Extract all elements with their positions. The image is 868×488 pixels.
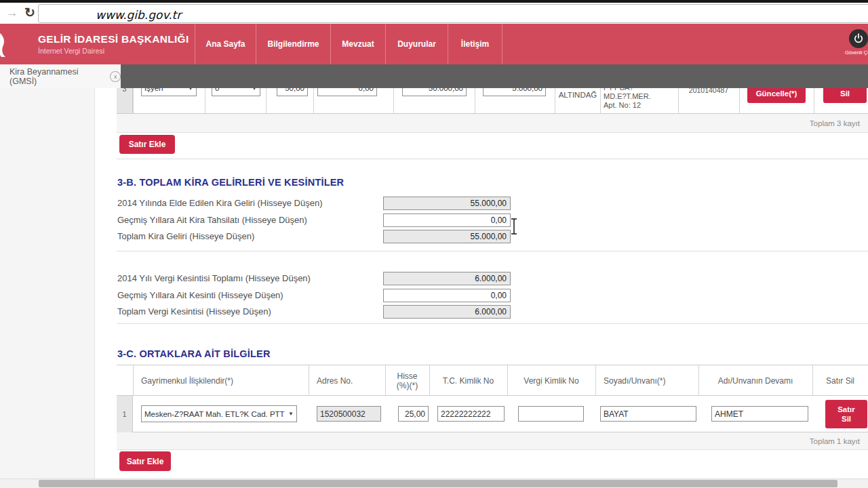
kira-geliri-input[interactable] <box>383 197 511 210</box>
col-surname: Soyadı/Unvanı(*) <box>595 365 698 396</box>
field-label-kira-geliri: 2014 Yılında Elde Edilen Kira Geliri (Hi… <box>117 198 323 208</box>
nav-mevzuat[interactable]: Mevzuat <box>330 24 385 64</box>
field-label-vergi-kesintisi: 2014 Yılı Vergi Kesintisi Toplamı (Hisse… <box>117 273 311 283</box>
field-label-toplam-kira: Toplam Kira Geliri (Hisseye Düşen) <box>117 231 254 241</box>
partners-table-footer: Toplam 1 kayıt <box>117 432 868 450</box>
col-property: Gayrimenkul İlişkilendir(*) <box>133 365 309 396</box>
partner-tc-id-input[interactable] <box>437 406 505 422</box>
power-icon[interactable] <box>849 29 868 48</box>
col-address-no: Adres No. <box>309 365 385 396</box>
toplam-kesinti-input[interactable] <box>383 305 511 319</box>
district-text: ALTINDAĞ <box>556 91 599 99</box>
amount-input-1[interactable] <box>317 88 377 96</box>
site-title: GELİR İDARESİ BAŞKANLIĞI <box>38 33 189 45</box>
add-row-button-bottom[interactable]: Satır Ekle <box>119 451 171 471</box>
col-tax-id: Vergi Kimlik No <box>507 365 595 396</box>
gib-logo-icon <box>0 30 9 60</box>
toplam-kira-input[interactable] <box>383 230 511 243</box>
scrollbar-thumb[interactable] <box>39 480 837 487</box>
property-type-select[interactable]: İşyeri▼ <box>141 88 197 96</box>
secure-logout-button[interactable]: Güvenli Çıkış <box>845 29 868 56</box>
nav-ana-sayfa[interactable]: Ana Sayfa <box>195 24 256 64</box>
address-bar[interactable]: www.gib.gov.tr ☆ <box>38 4 868 23</box>
share-select[interactable]: 0▼ <box>212 88 260 96</box>
divider <box>117 251 868 251</box>
page-left-margin <box>0 88 95 479</box>
forward-icon[interactable]: → <box>5 5 18 20</box>
reload-icon[interactable]: ↻ <box>24 5 35 20</box>
screen: → ↻ www.gib.gov.tr ☆ GELİR İDARESİ BAŞKA… <box>0 0 868 488</box>
partners-table-header: Gayrimenkul İlişkilendir(*) Adres No. Hi… <box>117 365 868 396</box>
partner-share-input[interactable] <box>398 406 429 422</box>
field-label-gecmis-kesinti: Geçmiş Yıllara Ait Kesinti (Hisseye Düşe… <box>117 290 283 300</box>
address-no-text: 2010140487 <box>678 88 739 94</box>
tab-close-icon[interactable]: x <box>110 71 121 82</box>
partners-table-row: 1 Mesken-Z?RAAT Mah. ETL?K Cad. PTT B ▼ … <box>117 396 868 432</box>
amount-input-3[interactable] <box>483 88 546 96</box>
site-header: GELİR İDARESİ BAŞKANLIĞI İnternet Vergi … <box>0 24 868 64</box>
gecmis-kesinti-input[interactable] <box>383 289 511 302</box>
address-text: PTT BA? MD.E?T.MER. Apt. No: 12 <box>604 88 677 110</box>
nav-divider <box>502 24 502 64</box>
section-3b-title: 3-B. TOPLAM KİRA GELİRLERİ VE KESİNTİLER <box>117 177 344 188</box>
nav-duyurular[interactable]: Duyurular <box>385 24 448 64</box>
partner-tax-id-input[interactable] <box>518 406 584 422</box>
row-number-cell: 1 <box>117 396 133 432</box>
tab-strip <box>0 64 868 88</box>
partners-table: Gayrimenkul İlişkilendir(*) Adres No. Hi… <box>117 365 868 449</box>
site-subtitle: İnternet Vergi Dairesi <box>38 47 104 55</box>
update-button[interactable]: Güncelle(*) <box>747 88 806 103</box>
section-3c-title: 3-C. ORTAKLARA AİT BİLGİLER <box>117 348 271 359</box>
divider <box>117 159 868 159</box>
text-cursor-pointer <box>510 218 518 238</box>
col-name: Adı/Unvanın Devamı <box>698 365 812 396</box>
row-delete-button[interactable]: SatırSil <box>825 400 867 428</box>
property-table-footer: Toplam 3 kayıt <box>117 114 868 133</box>
col-share: Hisse (%)(*) <box>385 365 429 396</box>
col-tc-id: T.C. Kimlik No <box>429 365 507 396</box>
field-label-gecmis-kira: Geçmiş Yıllara Ait Kira Tahsilatı (Hisse… <box>117 215 307 225</box>
property-table-row: 3 İşyeri▼ 0▼ ALTINDAĞ PTT BA? MD.E?T.MER… <box>117 88 868 114</box>
partner-surname-input[interactable] <box>600 406 696 422</box>
url-text[interactable]: www.gib.gov.tr <box>96 8 181 22</box>
delete-button[interactable]: Sil <box>823 88 867 103</box>
vergi-kesintisi-input[interactable] <box>383 272 511 285</box>
add-row-button-top[interactable]: Satır Ekle <box>119 135 175 154</box>
nav-bilgilendirme[interactable]: Bilgilendirme <box>256 24 330 64</box>
tab-label: Kira Beyannamesi (GMSİ) <box>9 67 104 86</box>
gecmis-kira-input[interactable] <box>383 214 511 227</box>
partner-address-no-input[interactable] <box>317 406 381 422</box>
property-link-select[interactable]: Mesken-Z?RAAT Mah. ETL?K Cad. PTT B ▼ <box>141 405 297 422</box>
partner-name-input[interactable] <box>711 406 808 422</box>
row-number-cell: 3 <box>117 88 133 113</box>
secure-logout-label: Güvenli Çıkış <box>845 49 868 56</box>
share-percent-input[interactable] <box>277 88 308 96</box>
browser-toolbar: → ↻ www.gib.gov.tr ☆ <box>0 3 868 24</box>
amount-input-2[interactable] <box>402 88 467 96</box>
col-delete: Satır Sil <box>812 365 868 396</box>
divider <box>117 323 868 324</box>
field-label-toplam-kesinti: Toplam Vergi Kesintisi (Hisseye Düşen) <box>117 306 271 317</box>
nav-iletisim[interactable]: İletişim <box>448 24 502 64</box>
tab-kira-beyannamesi[interactable]: Kira Beyannamesi (GMSİ) x <box>0 64 121 88</box>
